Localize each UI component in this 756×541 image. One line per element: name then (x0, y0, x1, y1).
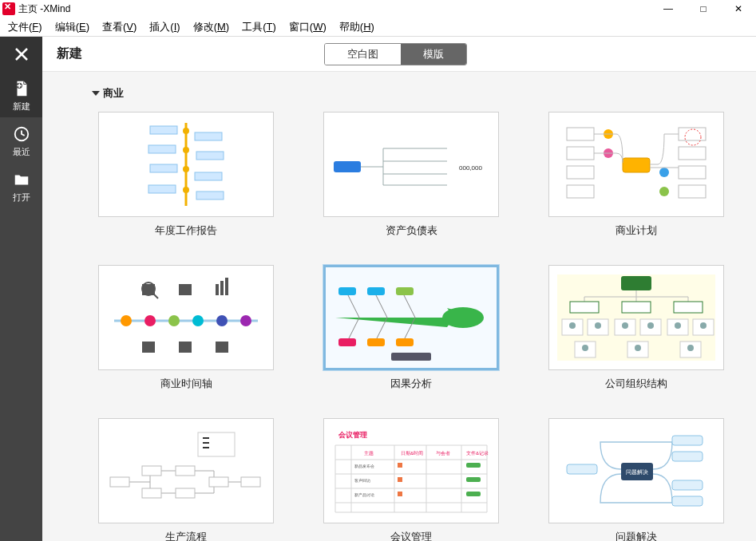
svg-rect-25 (679, 147, 706, 160)
template-thumb: 会议管理 主题日期&时间与会者文件&记录 新品发布会客户回访新产品讨论 (323, 418, 499, 523)
svg-rect-68 (674, 302, 703, 313)
toggle-blank[interactable]: 空白图 (325, 44, 401, 65)
svg-line-53 (403, 294, 415, 318)
svg-line-51 (347, 294, 359, 318)
svg-point-38 (216, 315, 228, 326)
menu-insert[interactable]: 插入(I) (143, 18, 186, 36)
svg-rect-44 (225, 278, 228, 295)
svg-text:000,000: 000,000 (459, 164, 482, 172)
maximize-button[interactable]: □ (686, 0, 721, 18)
sidebar-item-open[interactable]: 打开 (0, 163, 42, 208)
svg-rect-62 (396, 338, 414, 346)
template-problem-solving[interactable]: 问题解决 问题解决 (548, 418, 724, 541)
svg-rect-96 (209, 477, 228, 487)
window-controls: — □ ✕ (651, 0, 756, 18)
template-label: 问题解决 (615, 530, 657, 541)
svg-rect-129 (672, 496, 703, 506)
view-toggle: 空白图 模版 (324, 43, 467, 65)
svg-rect-43 (220, 281, 224, 295)
svg-text:问题解决: 问题解决 (626, 469, 648, 475)
svg-rect-61 (367, 338, 385, 346)
menu-modify[interactable]: 修改(M) (187, 18, 236, 36)
chevron-down-icon (92, 91, 100, 96)
svg-rect-118 (398, 463, 402, 468)
page-title: 新建 (57, 45, 82, 62)
template-org-chart[interactable]: 公司组织结构 (548, 265, 724, 391)
svg-point-82 (675, 322, 681, 329)
svg-rect-91 (110, 477, 129, 487)
svg-rect-63 (391, 353, 431, 361)
svg-rect-12 (196, 192, 224, 199)
app-icon (2, 2, 15, 15)
close-panel-button[interactable] (0, 37, 42, 72)
svg-rect-10 (195, 172, 222, 180)
minimize-button[interactable]: — (651, 0, 686, 18)
svg-point-39 (240, 315, 251, 326)
toggle-templates[interactable]: 模版 (401, 44, 466, 65)
svg-point-85 (635, 345, 641, 351)
svg-rect-60 (338, 338, 356, 346)
svg-rect-120 (398, 492, 402, 496)
svg-point-35 (144, 315, 156, 326)
svg-point-84 (582, 345, 588, 351)
menu-edit[interactable]: 编辑(E) (49, 18, 96, 36)
menu-window[interactable]: 窗口(W) (283, 18, 333, 36)
svg-point-78 (569, 322, 576, 329)
template-cause-effect[interactable]: 因果分析 (323, 265, 499, 391)
svg-rect-87 (198, 432, 235, 456)
template-annual-report[interactable]: 年度工作报告 (98, 112, 274, 238)
template-thumb (548, 265, 724, 370)
svg-rect-119 (398, 477, 402, 482)
template-production-flow[interactable]: 生产流程 (98, 418, 274, 541)
svg-rect-57 (338, 287, 356, 295)
svg-rect-94 (176, 466, 195, 476)
menubar: 文件(F) 编辑(E) 查看(V) 插入(I) 修改(M) 工具(T) 窗口(W… (0, 18, 756, 37)
svg-rect-58 (367, 287, 385, 295)
section-header[interactable]: 商业 (93, 86, 724, 101)
svg-rect-126 (672, 436, 703, 445)
sidebar-item-new[interactable]: 新建 (0, 72, 42, 117)
svg-rect-22 (567, 166, 594, 179)
svg-point-13 (183, 128, 189, 134)
svg-rect-45 (142, 342, 155, 353)
template-business-plan[interactable]: 商业计划 (548, 112, 724, 238)
svg-rect-88 (203, 437, 209, 439)
svg-point-36 (168, 315, 180, 326)
template-thumb: 000,000 (323, 112, 499, 217)
svg-rect-5 (150, 126, 177, 134)
template-label: 公司组织结构 (605, 377, 667, 391)
close-window-button[interactable]: ✕ (721, 0, 756, 18)
template-thumb (98, 265, 274, 370)
svg-rect-122 (466, 477, 481, 482)
section-title: 商业 (103, 86, 124, 101)
template-label: 年度工作报告 (155, 223, 217, 238)
sidebar-label-new: 新建 (13, 101, 30, 113)
svg-rect-97 (241, 477, 260, 487)
close-icon (14, 47, 29, 61)
menu-file[interactable]: 文件(F) (2, 18, 49, 36)
menu-tools[interactable]: 工具(T) (236, 18, 283, 36)
svg-rect-92 (142, 466, 161, 476)
svg-point-80 (622, 322, 628, 329)
svg-point-86 (687, 345, 694, 351)
svg-line-49 (153, 294, 158, 298)
templates-grid: 年度工作报告 000,000 资产负债表 (98, 112, 724, 541)
svg-point-37 (192, 315, 204, 326)
sidebar-label-open: 打开 (13, 192, 30, 203)
sidebar-item-recent[interactable]: 最近 (0, 117, 42, 163)
svg-rect-7 (148, 145, 176, 153)
template-business-timeline[interactable]: 商业时间轴 (98, 265, 274, 391)
svg-rect-23 (567, 185, 594, 198)
svg-rect-9 (150, 164, 177, 172)
window-title: 主页 -XMind (18, 2, 70, 16)
template-meeting-mgmt[interactable]: 会议管理 主题日期&时间与会者文件&记录 新品发布会客户回访新产品讨论 会议管理 (323, 418, 499, 541)
svg-point-30 (659, 168, 669, 177)
menu-help[interactable]: 帮助(H) (333, 18, 381, 36)
svg-text:日期&时间: 日期&时间 (401, 451, 423, 456)
svg-point-14 (183, 147, 189, 153)
sidebar: 新建 最近 打开 (0, 37, 42, 541)
svg-point-79 (595, 322, 601, 329)
template-balance-sheet[interactable]: 000,000 资产负债表 (323, 112, 499, 238)
menu-view[interactable]: 查看(V) (96, 18, 143, 36)
sidebar-label-recent: 最近 (13, 146, 30, 158)
